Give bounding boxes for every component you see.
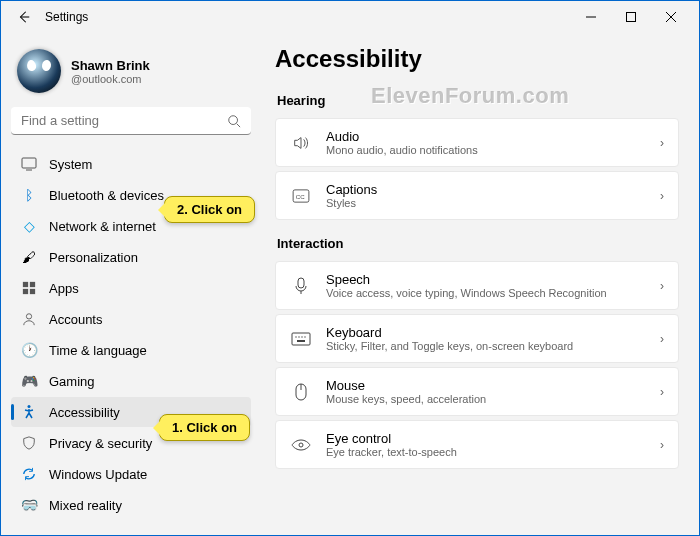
profile[interactable]: Shawn Brink @outlook.com (11, 41, 251, 107)
svg-point-16 (295, 336, 296, 337)
titlebar: Settings (1, 1, 699, 33)
update-icon (21, 466, 37, 482)
eye-icon (290, 438, 312, 452)
svg-point-18 (301, 336, 302, 337)
card-sub: Voice access, voice typing, Windows Spee… (326, 287, 660, 299)
svg-point-17 (298, 336, 299, 337)
svg-rect-6 (23, 282, 28, 287)
svg-rect-8 (23, 289, 28, 294)
chevron-right-icon: › (660, 136, 664, 150)
svg-rect-15 (292, 333, 310, 345)
card-sub: Styles (326, 197, 660, 209)
window-title: Settings (45, 10, 88, 24)
svg-rect-4 (22, 158, 36, 168)
system-icon (21, 156, 37, 172)
card-sub: Sticky, Filter, and Toggle keys, on-scre… (326, 340, 660, 352)
maximize-button[interactable] (611, 3, 651, 31)
wifi-icon: ◇ (21, 218, 37, 234)
svg-rect-9 (30, 289, 35, 294)
sidebar-item-accounts[interactable]: Accounts (11, 304, 251, 334)
sidebar-item-label: Windows Update (49, 467, 147, 482)
card-speech[interactable]: SpeechVoice access, voice typing, Window… (275, 261, 679, 310)
svg-rect-1 (627, 13, 636, 22)
sidebar-item-time[interactable]: 🕐Time & language (11, 335, 251, 365)
svg-text:CC: CC (296, 192, 305, 199)
sidebar-item-personalization[interactable]: 🖌Personalization (11, 242, 251, 272)
close-button[interactable] (651, 3, 691, 31)
sidebar-item-mixed[interactable]: 🥽Mixed reality (11, 490, 251, 520)
card-title: Audio (326, 129, 660, 144)
sidebar-item-label: Privacy & security (49, 436, 152, 451)
sidebar-item-label: Time & language (49, 343, 147, 358)
card-title: Eye control (326, 431, 660, 446)
sidebar-item-gaming[interactable]: 🎮Gaming (11, 366, 251, 396)
section-interaction: Interaction (277, 236, 679, 251)
sidebar-item-apps[interactable]: Apps (11, 273, 251, 303)
shield-icon (21, 435, 37, 451)
svg-rect-14 (298, 278, 304, 288)
profile-name: Shawn Brink (71, 58, 150, 73)
sidebar-item-label: Network & internet (49, 219, 156, 234)
card-audio[interactable]: AudioMono audio, audio notifications › (275, 118, 679, 167)
minimize-button[interactable] (571, 3, 611, 31)
search-input[interactable] (21, 113, 227, 128)
svg-point-19 (304, 336, 305, 337)
svg-point-2 (229, 115, 238, 124)
page-title: Accessibility (275, 45, 679, 73)
svg-point-10 (26, 314, 31, 319)
chevron-right-icon: › (660, 279, 664, 293)
chevron-right-icon: › (660, 189, 664, 203)
brush-icon: 🖌 (21, 249, 37, 265)
sidebar-item-label: Mixed reality (49, 498, 122, 513)
callout-1: 1. Click on (159, 414, 250, 441)
avatar (17, 49, 61, 93)
sidebar-item-update[interactable]: Windows Update (11, 459, 251, 489)
sidebar-item-label: Gaming (49, 374, 95, 389)
headset-icon: 🥽 (21, 497, 37, 513)
bluetooth-icon: ᛒ (21, 187, 37, 203)
card-title: Mouse (326, 378, 660, 393)
gaming-icon: 🎮 (21, 373, 37, 389)
sidebar-item-label: System (49, 157, 92, 172)
card-eye[interactable]: Eye controlEye tracker, text-to-speech › (275, 420, 679, 469)
svg-line-3 (237, 123, 241, 127)
back-icon[interactable] (17, 10, 31, 24)
sidebar-item-label: Personalization (49, 250, 138, 265)
keyboard-icon (290, 332, 312, 346)
callout-2: 2. Click on (164, 196, 255, 223)
sidebar: Shawn Brink @outlook.com System ᛒBluetoo… (1, 33, 261, 535)
search-icon (227, 114, 241, 128)
sidebar-item-label: Bluetooth & devices (49, 188, 164, 203)
speaker-icon (290, 134, 312, 152)
sidebar-item-label: Apps (49, 281, 79, 296)
svg-rect-20 (297, 340, 305, 342)
cc-icon: CC (290, 189, 312, 203)
sidebar-item-label: Accounts (49, 312, 102, 327)
profile-email: @outlook.com (71, 73, 150, 85)
card-sub: Mouse keys, speed, acceleration (326, 393, 660, 405)
card-sub: Mono audio, audio notifications (326, 144, 660, 156)
card-captions[interactable]: CC CaptionsStyles › (275, 171, 679, 220)
chevron-right-icon: › (660, 332, 664, 346)
svg-rect-7 (30, 282, 35, 287)
apps-icon (21, 280, 37, 296)
card-sub: Eye tracker, text-to-speech (326, 446, 660, 458)
card-keyboard[interactable]: KeyboardSticky, Filter, and Toggle keys,… (275, 314, 679, 363)
card-title: Speech (326, 272, 660, 287)
person-icon (21, 311, 37, 327)
section-hearing: Hearing (277, 93, 679, 108)
main-content: Accessibility Hearing AudioMono audio, a… (261, 33, 699, 535)
chevron-right-icon: › (660, 438, 664, 452)
search-box[interactable] (11, 107, 251, 135)
accessibility-icon (21, 404, 37, 420)
card-title: Captions (326, 182, 660, 197)
mic-icon (290, 277, 312, 295)
svg-point-23 (299, 443, 303, 447)
mouse-icon (290, 383, 312, 401)
card-mouse[interactable]: MouseMouse keys, speed, acceleration › (275, 367, 679, 416)
svg-point-11 (28, 405, 31, 408)
clock-icon: 🕐 (21, 342, 37, 358)
sidebar-item-system[interactable]: System (11, 149, 251, 179)
sidebar-item-label: Accessibility (49, 405, 120, 420)
card-title: Keyboard (326, 325, 660, 340)
